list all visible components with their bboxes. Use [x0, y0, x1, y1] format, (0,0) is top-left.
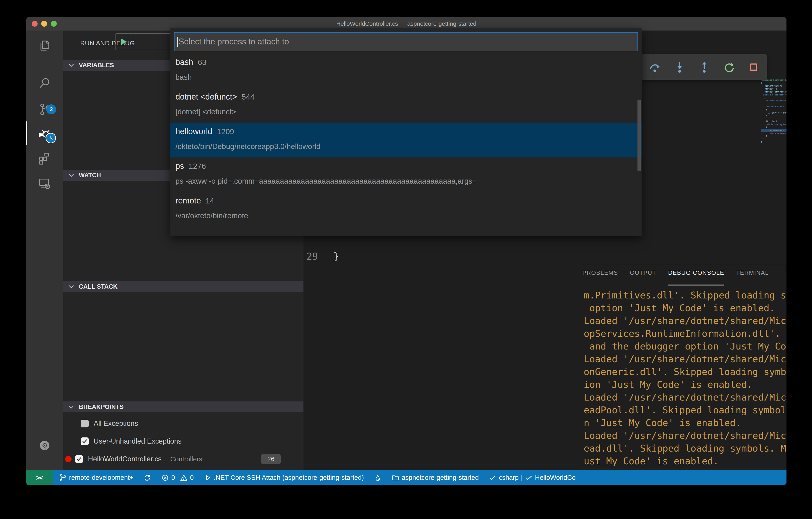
- folder-name: aspnetcore-getting-started: [402, 474, 479, 482]
- status-separator: |: [521, 474, 523, 482]
- process-pid: 544: [241, 92, 255, 101]
- process-description: [dotnet] <defunct>: [175, 107, 642, 117]
- minimap-line: _logger = logger;: [761, 111, 786, 114]
- quickpick-placeholder: Select the process to attach to: [179, 37, 289, 47]
- stop-icon[interactable]: [747, 61, 760, 74]
- section-header-breakpoints[interactable]: BREAKPOINTS: [63, 401, 303, 412]
- breakpoint-dot: [65, 456, 71, 462]
- minimap-line: {: [761, 82, 786, 85]
- minimap-line: return message;: [761, 132, 786, 135]
- minimap-line: }: [761, 135, 786, 138]
- warning-count: 0: [190, 474, 194, 482]
- branch-status-item[interactable]: remote-development+: [59, 474, 134, 482]
- error-count: 0: [171, 474, 175, 482]
- step-into-icon[interactable]: [673, 61, 686, 74]
- remote-indicator[interactable]: ><: [26, 470, 53, 485]
- step-over-icon[interactable]: [649, 61, 661, 74]
- extensions-icon[interactable]: [37, 151, 52, 166]
- console-line: onGeneric.dll'. Skipped loading symbols.…: [584, 366, 786, 378]
- check-icon: [525, 474, 533, 482]
- checkbox-checked[interactable]: [81, 437, 89, 445]
- chevron-down-icon: [68, 62, 75, 68]
- problems-status-item[interactable]: 0 0: [161, 474, 194, 482]
- minimap-line: public class HelloWorldController : Cont…: [761, 93, 786, 96]
- section-header-call-stack[interactable]: CALL STACK: [63, 281, 303, 292]
- minimap-line: [Route("")]: [761, 87, 786, 90]
- quickpick-scrollbar[interactable]: [637, 100, 641, 171]
- maximize-window-button[interactable]: [51, 21, 57, 27]
- minimap-line: var message = "Hello world!";: [761, 129, 786, 132]
- process-description: /var/okteto/bin/remote: [175, 211, 642, 221]
- process-quickpick: Select the process to attach to bash63ba…: [170, 28, 642, 236]
- line-number: 29: [307, 251, 333, 262]
- chevron-down-icon: [68, 403, 75, 410]
- panel-tab-terminal[interactable]: TERMINAL: [736, 269, 769, 281]
- close-window-button[interactable]: [32, 21, 37, 27]
- sync-status-item[interactable]: [144, 474, 151, 482]
- file-status-label: HelloWorldCo: [535, 474, 576, 482]
- console-line: Loaded '/usr/share/dotnet/shared/Microso…: [584, 429, 786, 442]
- debug-launch-button-group[interactable]: .: [115, 33, 173, 50]
- folder-icon: [392, 474, 399, 482]
- process-pid: 14: [205, 196, 214, 205]
- minimap-line: private readonly ILogger<HelloWorldContr…: [761, 99, 786, 102]
- checkbox-checked[interactable]: [75, 455, 83, 463]
- panel-tab-problems[interactable]: PROBLEMS: [582, 269, 618, 281]
- minimize-window-button[interactable]: [41, 21, 47, 27]
- window-title: HelloWorldController.cs — aspnetcore-get…: [336, 20, 476, 27]
- minimap-line: public HelloWorldController(ILogger<Hell…: [761, 105, 786, 108]
- debug-status-item[interactable]: .NET Core SSH Attach (aspnetcore-getting…: [204, 474, 364, 482]
- checkbox-unchecked[interactable]: [81, 420, 89, 427]
- search-icon[interactable]: [37, 76, 52, 90]
- breakpoint-secondary-label: Controllers: [170, 456, 202, 463]
- panel-tab-output[interactable]: OUTPUT: [630, 269, 657, 281]
- debug-console-output[interactable]: m.Primitives.dll'. Skipped loading symbo…: [584, 289, 786, 468]
- text-cursor: [177, 37, 178, 47]
- minimap-line: [761, 117, 786, 120]
- language-status-item[interactable]: csharp | HelloWorldCo: [489, 474, 576, 482]
- console-line: eadPool.dll'. Skipped loading symbols. M…: [584, 404, 786, 416]
- process-item[interactable]: helloworld1209/okteto/bin/Debug/netcorea…: [170, 123, 642, 157]
- console-line: ust My Code' is enabled.: [584, 455, 786, 467]
- minimap-line: [761, 102, 786, 105]
- minimap-line: [ApiController]: [761, 85, 786, 87]
- debug-play-icon: [204, 474, 211, 482]
- minimap-line: {: [761, 96, 786, 99]
- process-item[interactable]: ps1276ps -axww -o pid=,comm=aaaaaaaaaaaa…: [170, 157, 642, 192]
- explorer-icon[interactable]: [37, 38, 52, 53]
- process-item[interactable]: remote14/var/okteto/bin/remote: [170, 192, 642, 227]
- remote-explorer-icon[interactable]: [37, 176, 52, 191]
- flame-status-item[interactable]: [374, 474, 382, 482]
- console-line: ead.dll'. Skipped loading symbols. Modul…: [584, 442, 786, 455]
- breakpoint-row[interactable]: HelloWorldController.csControllers26: [63, 453, 303, 465]
- minimap[interactable]: namespace helloworld.Controllers{ [ApiCo…: [761, 79, 786, 144]
- launch-separator: [133, 35, 133, 48]
- process-item[interactable]: bash63bash: [170, 54, 642, 88]
- debug-session-clock-badge: [46, 133, 56, 143]
- breakpoint-row[interactable]: All Exceptions: [63, 418, 303, 429]
- breakpoint-label: HelloWorldController.cs: [88, 455, 162, 463]
- panel-tab-debug-console[interactable]: DEBUG CONSOLE: [668, 269, 724, 281]
- check-icon: [489, 474, 496, 482]
- process-pid: 63: [198, 58, 206, 66]
- launch-config-ellipsis: .: [137, 37, 139, 46]
- process-name: ps: [175, 161, 184, 171]
- process-item[interactable]: dotnet <defunct>544[dotnet] <defunct>: [170, 88, 642, 123]
- process-pid: 1209: [217, 127, 234, 136]
- minimap-line: }: [761, 114, 786, 117]
- quickpick-input[interactable]: Select the process to attach to: [174, 32, 638, 51]
- step-out-icon[interactable]: [698, 61, 710, 74]
- chevron-down-icon: [68, 172, 75, 179]
- console-line: Loaded '/usr/share/dotnet/shared/Microso…: [584, 353, 786, 366]
- folder-status-item[interactable]: aspnetcore-getting-started: [392, 474, 479, 482]
- active-view-indicator: [26, 121, 27, 145]
- debug-status-label: .NET Core SSH Attach (aspnetcore-getting…: [214, 474, 364, 482]
- branch-icon: [59, 474, 67, 482]
- debug-toolbar: [642, 54, 767, 80]
- console-line: m.Primitives.dll'. Skipped loading symbo…: [584, 289, 786, 301]
- process-name: helloworld: [175, 127, 212, 136]
- breakpoint-row[interactable]: User-Unhandled Exceptions: [63, 436, 303, 447]
- settings-gear-icon[interactable]: [37, 438, 52, 453]
- console-line: Loaded '/usr/share/dotnet/shared/Microso…: [584, 391, 786, 404]
- restart-icon[interactable]: [722, 61, 735, 74]
